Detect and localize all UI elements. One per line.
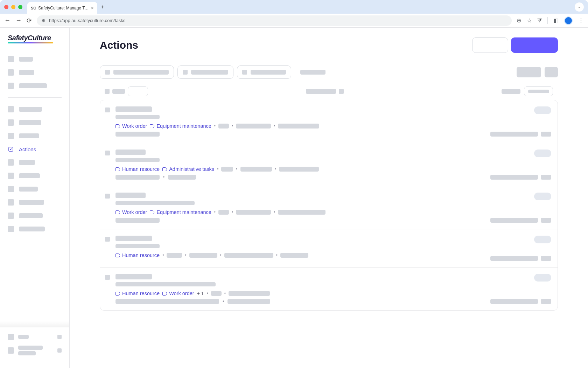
browser-toolbar: ← → ⟳ ⚙ https://app.au.safetyculture.com… (0, 14, 588, 28)
item-subtitle-skeleton (115, 244, 160, 248)
sidebar-item-skeleton[interactable] (4, 182, 66, 196)
label-tag[interactable]: Human resource (115, 166, 160, 172)
actions-list: Work order Equipment maintenance • • • (100, 100, 558, 311)
item-checkbox[interactable] (105, 151, 110, 155)
nav-divider (8, 97, 62, 98)
sidebar-item-skeleton[interactable] (4, 116, 66, 129)
zoom-icon[interactable]: ⊕ (517, 17, 521, 24)
sidebar-item-skeleton[interactable] (4, 196, 66, 209)
minimize-window-icon[interactable] (11, 5, 15, 9)
app-container: SafetyCulture Actions (0, 28, 588, 368)
status-pill[interactable] (534, 274, 551, 282)
new-tab-button[interactable]: + (101, 4, 104, 10)
tabs-dropdown-icon[interactable]: ⌄ (575, 2, 584, 12)
control-skeleton (306, 89, 336, 94)
control-icon[interactable] (339, 89, 344, 94)
sidebar-item-actions[interactable]: Actions (4, 143, 66, 156)
logo[interactable]: SafetyCulture (0, 34, 69, 53)
sidebar-item-skeleton[interactable] (4, 103, 66, 116)
item-meta-row: Work order Equipment maintenance • • • (115, 123, 476, 129)
select-all-checkbox[interactable] (105, 89, 110, 94)
side-panel-icon[interactable]: ◧ (553, 17, 559, 24)
url-text: https://app.au.safetyculture.com/tasks (49, 18, 125, 23)
item-checkbox[interactable] (105, 107, 110, 112)
label-tag[interactable]: Administrative tasks (162, 166, 214, 172)
close-tab-icon[interactable]: × (91, 5, 94, 11)
sidebar-item-skeleton[interactable] (4, 53, 66, 66)
item-meta-row: Work order Equipment maintenance • • • (115, 209, 476, 215)
label-tag[interactable]: Work order (115, 123, 147, 129)
label-tag[interactable]: Equipment maintenance (150, 209, 211, 215)
browser-tab[interactable]: SC SafetyCulture: Manage Teams and... × (27, 2, 97, 14)
secondary-action-button[interactable] (472, 37, 508, 53)
extra-labels-count[interactable]: + 1 (197, 291, 204, 296)
nav-secondary: Actions (0, 103, 69, 236)
status-pill[interactable] (534, 193, 551, 200)
item-checkbox[interactable] (105, 194, 110, 199)
list-item[interactable]: Work order Equipment maintenance • • • (100, 186, 558, 229)
footer-item-skeleton[interactable] (4, 343, 66, 358)
tag-icon (115, 167, 120, 171)
back-button[interactable]: ← (4, 17, 10, 24)
sidebar: SafetyCulture Actions (0, 28, 70, 368)
list-item[interactable]: Human resource • • • • (100, 229, 558, 268)
item-title-skeleton (115, 274, 152, 279)
sidebar-item-skeleton[interactable] (4, 209, 66, 222)
tab-bar: SC SafetyCulture: Manage Teams and... × … (0, 0, 588, 14)
reload-button[interactable]: ⟳ (27, 17, 32, 25)
filter-box[interactable] (177, 65, 233, 79)
label-tag[interactable]: Work order (162, 291, 194, 296)
status-pill[interactable] (534, 236, 551, 243)
main-content: Actions (70, 28, 588, 368)
label-tag[interactable]: Human resource (115, 252, 160, 258)
label-tag[interactable]: Equipment maintenance (150, 123, 211, 129)
item-title-skeleton (115, 150, 146, 155)
item-subtitle-skeleton (115, 282, 216, 286)
sidebar-item-skeleton[interactable] (4, 66, 66, 79)
status-pill[interactable] (534, 106, 551, 114)
window-controls[interactable] (4, 5, 22, 9)
filter-box[interactable] (237, 65, 291, 79)
site-settings-icon[interactable]: ⚙ (42, 18, 46, 23)
kebab-menu-icon[interactable]: ⋮ (578, 17, 584, 24)
footer-item-skeleton[interactable] (4, 331, 66, 343)
tab-title: SafetyCulture: Manage Teams and... (38, 6, 89, 11)
control-dropdown[interactable] (128, 86, 148, 96)
control-skeleton (502, 89, 520, 94)
sidebar-item-skeleton[interactable] (4, 79, 66, 92)
sidebar-item-label: Actions (19, 146, 36, 152)
sidebar-item-skeleton[interactable] (4, 169, 66, 182)
list-item[interactable]: Human resource Work order + 1 • • • (100, 268, 558, 310)
list-item[interactable]: Work order Equipment maintenance • • • (100, 100, 558, 143)
label-tag[interactable]: Human resource (115, 291, 160, 296)
page-header: Actions (100, 37, 558, 53)
filter-box[interactable] (100, 65, 174, 79)
filter-skeleton[interactable] (300, 70, 326, 75)
sidebar-footer (0, 327, 69, 362)
bookmark-icon[interactable]: ☆ (527, 17, 532, 24)
status-pill[interactable] (534, 150, 551, 157)
favicon-icon: SC (31, 6, 36, 10)
primary-action-button[interactable] (511, 37, 558, 53)
close-window-icon[interactable] (4, 5, 8, 9)
sidebar-item-skeleton[interactable] (4, 156, 66, 169)
item-meta-row: Human resource Work order + 1 • • (115, 291, 476, 296)
controls-row (100, 86, 558, 96)
sidebar-item-skeleton[interactable] (4, 129, 66, 143)
item-meta-row: Human resource • • • • (115, 252, 476, 258)
item-checkbox[interactable] (105, 275, 110, 280)
extensions-icon[interactable]: ⧩ (537, 18, 542, 24)
label-tag[interactable]: Work order (115, 209, 147, 215)
view-control-skeleton[interactable] (517, 67, 541, 77)
sidebar-item-skeleton[interactable] (4, 222, 66, 236)
list-item[interactable]: Human resource Administrative tasks • • … (100, 143, 558, 186)
sort-dropdown[interactable] (524, 86, 553, 96)
item-checkbox[interactable] (105, 237, 110, 242)
tag-icon (162, 292, 167, 296)
maximize-window-icon[interactable] (18, 5, 22, 9)
view-control-skeleton[interactable] (545, 67, 558, 77)
profile-avatar-icon[interactable] (564, 16, 573, 25)
url-bar[interactable]: ⚙ https://app.au.safetyculture.com/tasks (37, 15, 512, 26)
forward-button[interactable]: → (15, 17, 22, 24)
item-subtitle-skeleton (115, 158, 160, 162)
